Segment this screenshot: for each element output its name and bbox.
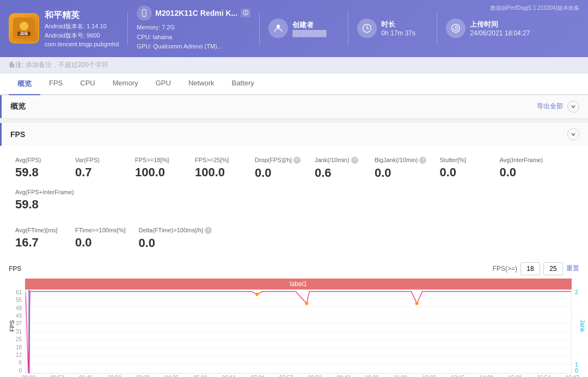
bigjank-help-icon[interactable]: ?: [419, 157, 426, 164]
tab-battery[interactable]: Battery: [223, 73, 263, 95]
stat-fps-interframe-label: Avg(FPS+InterFrame): [15, 189, 74, 195]
tab-memory[interactable]: Memory: [104, 73, 147, 95]
stat-bigjank-value: 0.0: [375, 166, 426, 180]
tab-network[interactable]: Network: [180, 73, 223, 95]
y-axis-jank-label: Jank: [579, 315, 586, 337]
export-button[interactable]: 导出全部: [537, 102, 563, 111]
upload-label: 上传时间: [470, 20, 530, 29]
upload-text: 上传时间 24/06/2021 18:04:27: [470, 20, 530, 37]
fps-title: FPS: [10, 130, 25, 139]
fps-threshold-25-input[interactable]: [543, 262, 563, 275]
overview-actions: 导出全部: [537, 101, 579, 113]
device-name: M2012K11C Redmi K... ⓘ: [137, 5, 250, 21]
x-axis: 00:00 00:53 01:46 02:39 03:32 04:25 05:1…: [0, 374, 588, 377]
duration-text: 时长 0h 17m 37s: [381, 20, 415, 37]
drop-fps-help-icon[interactable]: ?: [293, 157, 301, 164]
stat-ftime-100-value: 0.0: [75, 236, 126, 250]
fps-section: FPS Avg(FPS) 59.8 Var(FPS) 0.7 FPS>=18[%…: [0, 123, 588, 377]
stat-stutter-label: Stutter[%]: [439, 157, 486, 163]
svg-text:战场: 战场: [20, 32, 28, 36]
stat-avg-ftime: Avg(FTime)[ms] 16.7: [9, 223, 69, 255]
jank-help-icon[interactable]: ?: [351, 157, 358, 164]
creator-text: 创建者 ████████: [292, 20, 326, 36]
overview-collapse-button[interactable]: [567, 101, 579, 113]
fps-collapse-button[interactable]: [567, 128, 579, 140]
svg-rect-4: [143, 9, 146, 16]
chart-area: label1 61 55 49 43 37 31 25 18 12 6 0 FP…: [0, 279, 588, 374]
chart-controls: FPS FPS(>=) 重置: [0, 259, 588, 279]
creator-label: 创建者: [292, 20, 326, 30]
stat-avg-fps-label: Avg(FPS): [15, 157, 62, 163]
fps-threshold-18-input[interactable]: [520, 262, 540, 275]
note-placeholder[interactable]: 添加备注，不超过200个字符: [26, 61, 108, 69]
stat-fps-18: FPS>=18[%] 100.0: [128, 152, 188, 184]
fps-label-bar: label1: [25, 279, 572, 289]
creator-icon: [268, 18, 288, 38]
stat-fps-18-value: 100.0: [135, 165, 182, 180]
watermark: 数据由PerfDog(5.1.210204)版本收集: [491, 4, 579, 12]
phone-icon: [137, 5, 152, 21]
app-text-block: 和平精英 Android版本名: 1.14.10 Android版本号: 960…: [45, 10, 119, 47]
tab-gpu[interactable]: GPU: [147, 73, 180, 95]
stat-delta-ftime-value: 0.0: [139, 236, 212, 250]
svg-point-21: [255, 293, 259, 296]
stat-fps-25: FPS>=25[%] 100.0: [188, 152, 248, 184]
stat-delta-ftime-label: Delta(FTime)>100ms[/h]?: [139, 227, 212, 234]
svg-point-23: [415, 301, 419, 305]
nav-tabs: 概览 FPS CPU Memory GPU Network Battery: [0, 73, 588, 95]
delta-ftime-help-icon[interactable]: ?: [205, 227, 212, 234]
stat-delta-ftime: Delta(FTime)>100ms[/h]? 0.0: [132, 223, 219, 255]
app-name: 和平精英: [45, 10, 119, 21]
divider-4: [437, 12, 437, 45]
app-icon: 战场: [9, 13, 39, 44]
fps-stats-row2: Avg(FTime)[ms] 16.7 FTime>=100ms[%] 0.0 …: [0, 216, 588, 259]
stat-drop-fps: Drop(FPS)[/h]? 0.0: [248, 152, 308, 184]
upload-block: 上传时间 24/06/2021 18:04:27: [446, 18, 530, 38]
chart-fps-label: FPS: [9, 265, 21, 273]
fps-reset-button[interactable]: 重置: [566, 264, 579, 273]
package-name: com.tencent.tmgp.pubgmhd: [45, 41, 119, 47]
svg-point-22: [305, 301, 308, 305]
stat-fps-25-label: FPS>=25[%]: [195, 157, 242, 163]
stat-ftime-100-label: FTime>=100ms[%]: [75, 227, 126, 233]
app-info: 战场 和平精英 Android版本名: 1.14.10 Android版本号: …: [9, 10, 119, 47]
stat-var-fps-label: Var(FPS): [75, 157, 122, 163]
stat-fps-18-label: FPS>=18[%]: [135, 157, 182, 163]
device-details: Memory: 7.2G CPU: lahaina GPU: Qualcomm …: [137, 23, 250, 52]
android-build: Android版本号: 9600: [45, 32, 119, 40]
stat-avg-fps-value: 59.8: [15, 165, 62, 180]
stat-avg-fps: Avg(FPS) 59.8: [9, 152, 69, 184]
stat-jank-value: 0.6: [315, 166, 362, 180]
svg-point-1: [20, 22, 28, 30]
svg-point-5: [144, 15, 145, 15]
stat-var-fps-value: 0.7: [75, 165, 122, 180]
stat-stutter: Stutter[%] 0.0: [433, 152, 493, 184]
stat-interframe-label: Avg(InterFrame): [499, 157, 546, 163]
stat-drop-fps-label: Drop(FPS)[/h]?: [255, 157, 302, 164]
duration-block: 时长 0h 17m 37s: [357, 18, 428, 38]
svg-point-6: [277, 25, 280, 29]
tab-overview[interactable]: 概览: [9, 73, 40, 95]
stat-ftime-100: FTime>=100ms[%] 0.0: [69, 223, 132, 255]
stat-bigjank: BigJank(/10min)? 0.0: [368, 152, 433, 184]
device-info: M2012K11C Redmi K... ⓘ Memory: 7.2G CPU:…: [137, 5, 250, 52]
divider-3: [348, 12, 348, 45]
fps-threshold-controls: FPS(>=) 重置: [493, 262, 579, 275]
stat-interframe-value: 0.0: [499, 165, 546, 180]
android-version: Android版本名: 1.14.10: [45, 22, 119, 30]
stat-fps-25-value: 100.0: [195, 165, 242, 180]
tab-fps[interactable]: FPS: [40, 73, 71, 95]
stat-stutter-value: 0.0: [439, 165, 486, 180]
stat-avg-ftime-value: 16.7: [15, 236, 62, 250]
stat-interframe: Avg(InterFrame) 0.0: [493, 152, 553, 184]
info-badge[interactable]: ⓘ: [241, 9, 250, 17]
tab-cpu[interactable]: CPU: [71, 73, 103, 95]
stat-var-fps: Var(FPS) 0.7: [69, 152, 128, 184]
creator-block: 创建者 ████████: [268, 18, 339, 38]
stat-fps-interframe-value: 59.8: [15, 197, 74, 212]
divider-1: [127, 12, 128, 45]
upload-value: 24/06/2021 18:04:27: [470, 29, 530, 37]
fps-chart-svg: [25, 289, 572, 374]
stat-avg-ftime-label: Avg(FTime)[ms]: [15, 227, 62, 233]
duration-label: 时长: [381, 20, 415, 29]
